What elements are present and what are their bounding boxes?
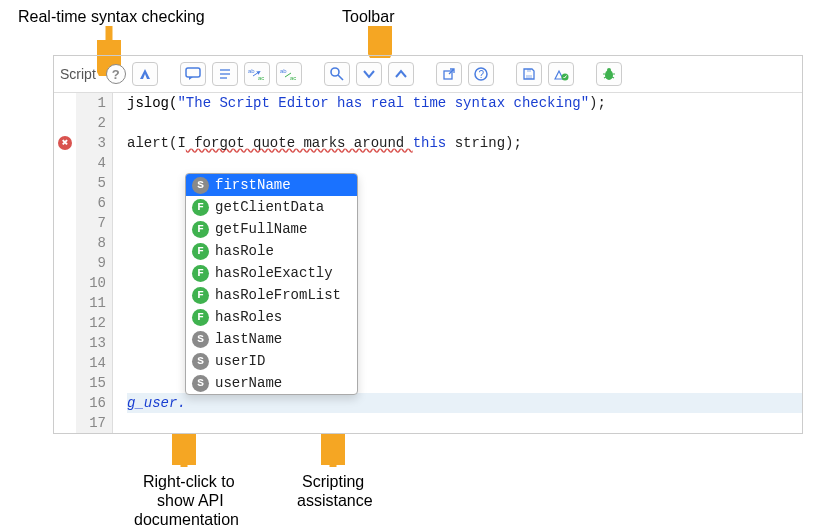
- code-line-1: jslog("The Script Editor has real time s…: [127, 93, 802, 113]
- replace-button[interactable]: abac: [244, 62, 270, 86]
- type-string-icon: S: [192, 353, 209, 370]
- svg-line-30: [604, 77, 606, 78]
- autocomplete-item[interactable]: FhasRoleExactly: [186, 262, 357, 284]
- svg-point-27: [607, 68, 611, 72]
- debug-button[interactable]: [596, 62, 622, 86]
- autocomplete-item[interactable]: SfirstName: [186, 174, 357, 196]
- autocomplete-item[interactable]: SuserName: [186, 372, 357, 394]
- editor-body[interactable]: ✖ 1234567891011121314151617 jslog("The S…: [54, 93, 802, 433]
- autocomplete-item[interactable]: FgetClientData: [186, 196, 357, 218]
- format-button[interactable]: [212, 62, 238, 86]
- callout-api-1: Right-click to: [143, 472, 235, 491]
- search-button[interactable]: [324, 62, 350, 86]
- type-function-icon: F: [192, 221, 209, 238]
- autocomplete-item[interactable]: FhasRole: [186, 240, 357, 262]
- svg-text:ac: ac: [258, 75, 264, 81]
- svg-rect-9: [186, 68, 200, 77]
- info-button[interactable]: ?: [468, 62, 494, 86]
- svg-line-18: [338, 75, 343, 80]
- arrow-api: [172, 431, 196, 471]
- code-line-3: alert(I forgot quote marks around this s…: [127, 133, 802, 153]
- svg-point-17: [331, 68, 339, 76]
- editor-toolbar: Script ? abac abac ?: [54, 56, 802, 93]
- code-area[interactable]: jslog("The Script Editor has real time s…: [113, 93, 802, 433]
- help-icon[interactable]: ?: [106, 64, 126, 84]
- type-function-icon: F: [192, 243, 209, 260]
- callout-toolbar: Toolbar: [342, 7, 394, 26]
- svg-rect-22: [526, 75, 532, 79]
- collapse-up-button[interactable]: [388, 62, 414, 86]
- script-label: Script: [60, 66, 96, 82]
- callout-api-3: documentation: [134, 510, 239, 529]
- svg-text:ac: ac: [290, 75, 296, 81]
- svg-rect-23: [527, 69, 531, 72]
- svg-text:ab: ab: [280, 68, 287, 74]
- validate-button[interactable]: [548, 62, 574, 86]
- type-function-icon: F: [192, 309, 209, 326]
- line-number-gutter: 1234567891011121314151617: [76, 93, 113, 433]
- callout-scripting-1: Scripting: [302, 472, 364, 491]
- toggle-editor-button[interactable]: [132, 62, 158, 86]
- script-editor-panel: Script ? abac abac ? ✖ 12345678910111213…: [53, 55, 803, 434]
- autocomplete-item[interactable]: FgetFullName: [186, 218, 357, 240]
- replace-all-button[interactable]: abac: [276, 62, 302, 86]
- arrow-toolbar: [368, 26, 392, 58]
- callout-api-2: show API: [157, 491, 224, 510]
- save-button[interactable]: [516, 62, 542, 86]
- autocomplete-item[interactable]: SlastName: [186, 328, 357, 350]
- callout-realtime-syntax: Real-time syntax checking: [18, 7, 205, 26]
- error-marker-icon[interactable]: ✖: [58, 136, 72, 150]
- svg-line-31: [612, 77, 614, 78]
- popout-button[interactable]: [436, 62, 462, 86]
- callout-scripting-2: assistance: [297, 491, 373, 510]
- svg-text:?: ?: [478, 69, 484, 80]
- svg-text:ab: ab: [248, 68, 255, 74]
- expand-down-button[interactable]: [356, 62, 382, 86]
- autocomplete-item[interactable]: FhasRoles: [186, 306, 357, 328]
- svg-marker-8: [140, 69, 150, 79]
- code-line-2: [127, 113, 802, 133]
- type-function-icon: F: [192, 287, 209, 304]
- type-string-icon: S: [192, 375, 209, 392]
- type-function-icon: F: [192, 199, 209, 216]
- type-string-icon: S: [192, 331, 209, 348]
- autocomplete-item[interactable]: FhasRoleFromList: [186, 284, 357, 306]
- arrow-scripting: [321, 431, 345, 471]
- type-string-icon: S: [192, 177, 209, 194]
- autocomplete-item[interactable]: SuserID: [186, 350, 357, 372]
- comment-button[interactable]: [180, 62, 206, 86]
- error-gutter: ✖: [54, 93, 76, 433]
- type-function-icon: F: [192, 265, 209, 282]
- autocomplete-popup[interactable]: SfirstName FgetClientData FgetFullName F…: [185, 173, 358, 395]
- code-line-16: g_user.: [127, 393, 802, 413]
